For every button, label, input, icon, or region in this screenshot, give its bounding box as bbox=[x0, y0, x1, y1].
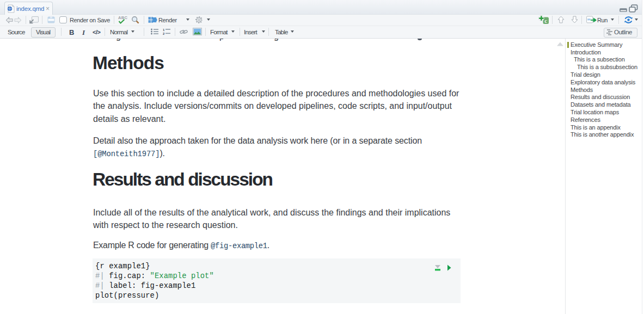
svg-text:1: 1 bbox=[163, 28, 165, 32]
svg-text:c: c bbox=[544, 17, 547, 24]
svg-text:2: 2 bbox=[163, 32, 165, 35]
